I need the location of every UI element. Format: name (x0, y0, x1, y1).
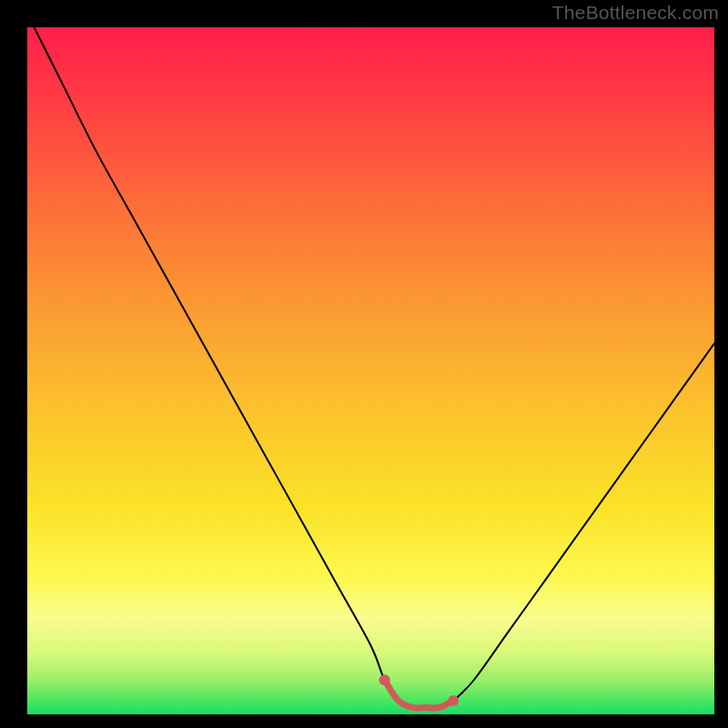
chart-frame: TheBottleneck.com (0, 0, 728, 728)
watermark-text: TheBottleneck.com (552, 2, 719, 24)
plot-area (27, 27, 714, 714)
highlight-dot (448, 695, 459, 706)
gradient-background (27, 27, 714, 714)
highlight-dot (379, 674, 390, 685)
bottleneck-chart (27, 27, 714, 714)
